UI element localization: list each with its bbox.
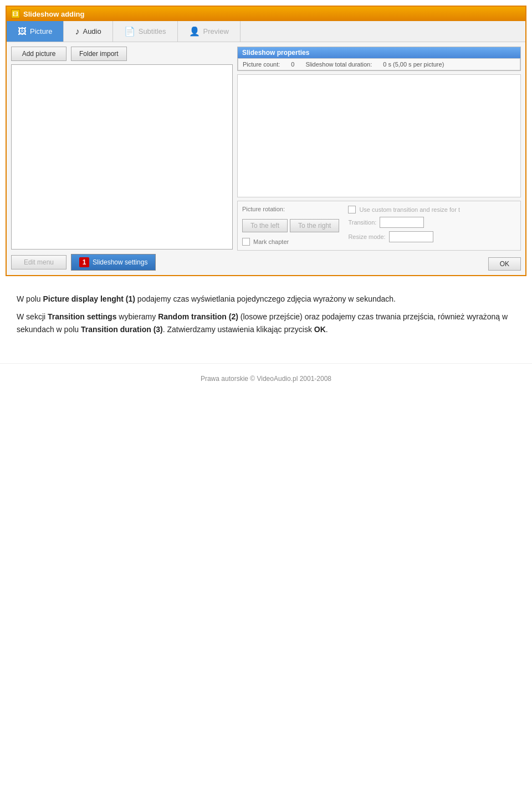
- transition-input[interactable]: [380, 217, 424, 228]
- tab-bar: 🖼 Picture ♪ Audio 📄 Subtitles 👤 Preview: [7, 21, 525, 42]
- audio-tab-icon: ♪: [75, 27, 79, 37]
- bottom-button-row: Edit menu 1 Slideshow settings: [11, 254, 233, 271]
- properties-container: Slideshow properties Picture count: 0 Sl…: [237, 47, 521, 71]
- tab-subtitles[interactable]: 📄 Subtitles: [113, 21, 178, 42]
- use-custom-row: Use custom transition and resize for t: [348, 206, 516, 213]
- picture-list-area: [11, 64, 233, 250]
- top-button-row: Add picture Folder import: [11, 47, 233, 61]
- properties-header: Slideshow properties: [238, 47, 520, 58]
- mark-chapter-row: Mark chapter: [242, 238, 339, 246]
- description-paragraph-1: W polu Picture display lenght (1) podaje…: [17, 293, 515, 305]
- tab-picture[interactable]: 🖼 Picture: [7, 21, 64, 42]
- tab-preview[interactable]: 👤 Preview: [178, 21, 241, 42]
- tab-subtitles-label: Subtitles: [139, 27, 166, 35]
- slideshow-badge: 1: [79, 257, 89, 267]
- description-paragraph-2: W sekcji Transition settings wybieramy R…: [17, 311, 515, 335]
- resize-mode-input[interactable]: [389, 231, 433, 242]
- app-window: 🎞 Slideshow adding 🖼 Picture ♪ Audio 📄 S…: [6, 6, 526, 276]
- tab-audio-label: Audio: [83, 27, 101, 35]
- title-bar: 🎞 Slideshow adding: [7, 7, 525, 21]
- transition-label-row: Transition:: [348, 217, 516, 228]
- tab-audio[interactable]: ♪ Audio: [64, 21, 112, 42]
- subtitles-tab-icon: 📄: [124, 26, 135, 37]
- rotate-right-button[interactable]: To the right: [290, 219, 339, 232]
- preview-area: [237, 74, 521, 197]
- rotate-left-button[interactable]: To the left: [242, 219, 288, 232]
- ok-row: OK: [237, 257, 521, 271]
- right-panel: Slideshow properties Picture count: 0 Sl…: [237, 47, 521, 271]
- duration-value: 0 s (5,00 s per picture): [383, 61, 444, 68]
- ok-button[interactable]: OK: [488, 257, 521, 271]
- footer-text: Prawa autorskie © VideoAudio.pl 2001-200…: [201, 375, 331, 383]
- settings-section: Picture rotation: To the left To the rig…: [237, 201, 521, 251]
- rotation-label: Picture rotation:: [242, 206, 339, 212]
- preview-tab-icon: 👤: [189, 26, 200, 37]
- resize-label-row: Resize mode:: [348, 231, 516, 242]
- footer: Prawa autorskie © VideoAudio.pl 2001-200…: [0, 363, 532, 394]
- edit-menu-button[interactable]: Edit menu: [11, 255, 66, 269]
- picture-count-label: Picture count:: [243, 61, 280, 68]
- transition-label: Transition:: [348, 219, 376, 226]
- picture-tab-icon: 🖼: [18, 27, 27, 37]
- slideshow-settings-label: Slideshow settings: [93, 258, 147, 266]
- use-custom-checkbox[interactable]: [348, 206, 356, 213]
- slideshow-settings-button[interactable]: 1 Slideshow settings: [71, 254, 156, 271]
- folder-import-button[interactable]: Folder import: [71, 47, 127, 61]
- duration-label: Slideshow total duration:: [305, 61, 372, 68]
- tab-picture-label: Picture: [30, 27, 52, 35]
- tab-preview-label: Preview: [203, 27, 229, 35]
- window-title: Slideshow adding: [23, 10, 85, 18]
- resize-mode-label: Resize mode:: [348, 233, 385, 240]
- transition-section: Use custom transition and resize for t T…: [348, 206, 516, 242]
- main-content: Add picture Folder import Edit menu 1 Sl…: [7, 42, 525, 275]
- mark-chapter-checkbox[interactable]: [242, 238, 250, 246]
- picture-count-value: 0: [291, 61, 294, 68]
- use-custom-label: Use custom transition and resize for t: [359, 206, 460, 213]
- rotation-section: Picture rotation: To the left To the rig…: [242, 206, 339, 246]
- window-icon: 🎞: [11, 9, 20, 18]
- description-area: W polu Picture display lenght (1) podaje…: [0, 282, 532, 352]
- properties-body: Picture count: 0 Slideshow total duratio…: [238, 58, 520, 70]
- add-picture-button[interactable]: Add picture: [11, 47, 66, 61]
- rotation-buttons: To the left To the right: [242, 219, 339, 232]
- mark-chapter-label: Mark chapter: [253, 238, 289, 245]
- left-panel: Add picture Folder import Edit menu 1 Sl…: [11, 47, 233, 271]
